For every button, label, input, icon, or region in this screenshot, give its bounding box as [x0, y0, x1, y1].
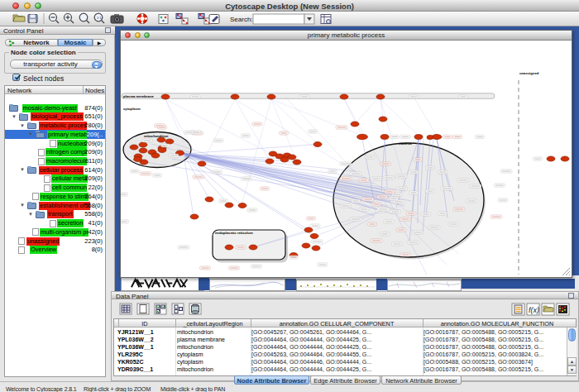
svg-text:Search:: Search:	[230, 16, 253, 23]
svg-text:unassigned: unassigned	[519, 71, 539, 75]
svg-text:plasma membrane: plasma membrane	[123, 93, 154, 98]
svg-text:1:1: 1:1	[97, 16, 102, 20]
svg-text:cytoplasm: cytoplasm	[123, 106, 141, 110]
svg-text:mitochondrion: mitochondrion	[144, 133, 169, 137]
svg-text:nucleus: nucleus	[399, 141, 412, 145]
svg-text:f(x): f(x)	[529, 306, 539, 314]
svg-text:endoplasmic reticulum: endoplasmic reticulum	[215, 230, 253, 234]
